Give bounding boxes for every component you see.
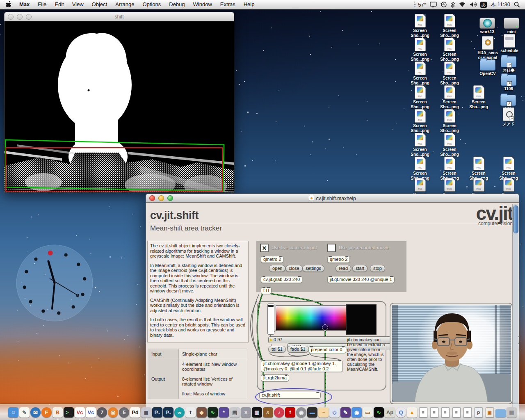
close-button[interactable] [149, 195, 155, 201]
read-message[interactable]: read [336, 265, 351, 272]
menu-edit[interactable]: Edit [50, 1, 68, 7]
dock-dial-seven[interactable]: 7 [97, 406, 107, 418]
dock-max-doc-4[interactable]: ≡ [451, 406, 462, 418]
jit-chromakey-object[interactable]: jit.chromakey @mode 1 @minkey 1. @maxkey… [261, 360, 343, 372]
menu-object[interactable]: Object [88, 1, 112, 7]
desktop-icon-doc[interactable]: schedule [494, 34, 525, 53]
dock-grapher-book[interactable]: * [219, 406, 229, 418]
menu-arrange[interactable]: Arrange [111, 1, 138, 7]
desktop-icon-png[interactable]: PNGScreen Sho...png [404, 85, 436, 110]
desktop-icon-png[interactable]: PNGScreen Sho...png [404, 61, 436, 86]
menu-window[interactable]: Window [189, 1, 216, 7]
dock-max-doc-2[interactable]: ≡ [429, 406, 440, 418]
dock-app-builder[interactable]: Ap [385, 406, 395, 418]
menu-help[interactable]: Help [240, 1, 259, 7]
jit-qt-movie-object[interactable]: jit.qt.movie 320 240 @unique 1 [327, 276, 395, 283]
dock-vnc-viewer[interactable]: Vc [75, 406, 85, 418]
trigger-object[interactable]: t l l [261, 287, 272, 294]
dock-max-runtime-doc[interactable]: ▣ [484, 406, 495, 418]
dock-tux-utility[interactable]: t [185, 406, 196, 418]
temperature-widget[interactable]: TMP 57° [414, 2, 426, 8]
dock-max-doc-5[interactable]: ≡ [462, 406, 473, 418]
dock-max-doc-1[interactable]: ≡ [418, 406, 429, 418]
dock-trash[interactable]: ▦ [507, 406, 517, 418]
dock-textedit[interactable]: ✎ [19, 406, 30, 418]
scrollbar-thumb[interactable] [513, 205, 518, 233]
dock-arduino[interactable]: ∞ [174, 406, 185, 418]
zoom-button[interactable] [26, 14, 32, 20]
dock-max-doc-3[interactable]: ≡ [440, 406, 451, 418]
dock-terminal[interactable]: >_ [64, 406, 74, 418]
desktop-icon-png[interactable]: PNGScreen Sho...png [434, 132, 465, 157]
dock-spectrum-analyzer[interactable]: ∿ [374, 406, 384, 418]
color-swatch[interactable] [276, 305, 346, 331]
desktop-icon-folder-alias[interactable]: ↗お仕事 [493, 53, 524, 73]
zoom-button[interactable] [167, 195, 173, 201]
minimize-button[interactable] [158, 195, 164, 201]
tol-message[interactable]: tol $1 [268, 346, 286, 353]
dock-x-app[interactable]: × [241, 406, 251, 418]
desktop-icon-drive[interactable]: mini [496, 15, 525, 34]
time-machine-icon[interactable] [441, 1, 447, 8]
menu-max[interactable]: Max [15, 1, 34, 7]
dock-flash[interactable]: f [285, 406, 296, 418]
dock-bibdesk[interactable]: B [52, 406, 63, 418]
live-camera-checkbox[interactable]: × [260, 244, 269, 252]
stop-message[interactable]: stop [370, 265, 385, 272]
wifi-icon[interactable] [459, 2, 466, 7]
maxhelp-titlebar[interactable]: cv.jit.shift.maxhelp [146, 194, 519, 203]
fade-message[interactable]: fade $1 [287, 346, 309, 353]
dock-processing-doc-2[interactable]: P.. [163, 406, 174, 418]
desktop-icon-png[interactable]: PNGScreen Sho...png [463, 85, 494, 110]
dock-midi-keyboard[interactable]: ▥ [252, 406, 262, 418]
desktop-icon-png[interactable]: PNGScreen Sho...png [463, 156, 494, 181]
cvjit-grab-object[interactable]: cv.jit.grab 320 240 [261, 276, 302, 283]
desktop-icon-png[interactable]: PNGScreen Sho...png [434, 109, 465, 133]
settings-message[interactable]: settings [302, 265, 324, 272]
prepend-color-object[interactable]: prepend color 0. [308, 346, 346, 353]
dock-firefox[interactable]: F [41, 406, 52, 418]
shift-window-titlebar[interactable]: shift [4, 12, 234, 21]
menu-extras[interactable]: Extras [216, 1, 240, 7]
spotlight-icon[interactable] [514, 2, 520, 8]
dock-five-app[interactable]: 5 [119, 406, 130, 418]
dock-pure-data[interactable]: Pd [130, 406, 141, 418]
qmetro-left-object[interactable]: qmetro 2 [261, 256, 283, 263]
dock-fetch-fish[interactable]: ~ [318, 406, 329, 418]
dock-thunderbird[interactable]: ✉ [30, 406, 41, 418]
apple-menu-icon[interactable] [6, 1, 11, 8]
dock-movie-clapper[interactable]: ▬ [307, 406, 318, 418]
dock-oscilloscope[interactable]: ∿ [208, 406, 218, 418]
desktop-icon-png[interactable]: PNGScreen Sho...png [404, 156, 436, 181]
desktop-icon-png[interactable]: PNGScreen Sho...png [434, 156, 465, 181]
volume-icon[interactable] [470, 2, 477, 7]
desktop-icon-png[interactable]: PNGScreen Sho...png [434, 37, 465, 62]
desktop-icon-png[interactable]: PNGScreen Sho...png [434, 14, 465, 38]
dock-garageband[interactable]: ♬ [263, 406, 274, 418]
dock-vlc[interactable]: ▲ [407, 406, 418, 418]
close-message[interactable]: close [285, 265, 303, 272]
desktop-icon-png[interactable]: PNGScreen Sho...png [404, 14, 436, 38]
desktop-icon-memo-alias[interactable]: ↗メアド [493, 107, 524, 127]
scrollbar-track[interactable] [512, 204, 518, 418]
input-method-badge[interactable]: あ [480, 2, 487, 8]
bluetooth-icon[interactable] [451, 2, 455, 8]
dock-quicktime[interactable]: Q [396, 406, 406, 418]
dock-vnc-server[interactable]: Vc [86, 406, 96, 418]
menu-view[interactable]: View [68, 1, 88, 7]
slider-handle[interactable] [268, 305, 274, 307]
dock-finder[interactable]: ☺ [8, 406, 19, 418]
jit-rgb2luma-object[interactable]: jit.rgb2luma [261, 374, 289, 381]
minimize-button[interactable] [17, 14, 23, 20]
dock-headphones-app[interactable]: ◉ [296, 406, 307, 418]
dock-processing-doc-1[interactable]: P.. [152, 406, 163, 418]
dock-keynote[interactable]: ▭ [363, 406, 373, 418]
dock-max-msp[interactable]: ◼ [141, 406, 152, 418]
desktop-icon-png[interactable]: PNGScreen Sho...png [404, 132, 436, 157]
desktop-icon-png[interactable]: PNGScreen Sho...png [434, 85, 465, 110]
swatch-cursor[interactable] [322, 324, 328, 331]
desktop-icon-png[interactable]: PNGScreen Sho...png [434, 61, 465, 86]
dock-iphoto[interactable]: ◇ [329, 406, 340, 418]
dock-art-brush-app[interactable]: ✎ [340, 406, 351, 418]
close-button[interactable] [8, 14, 14, 20]
